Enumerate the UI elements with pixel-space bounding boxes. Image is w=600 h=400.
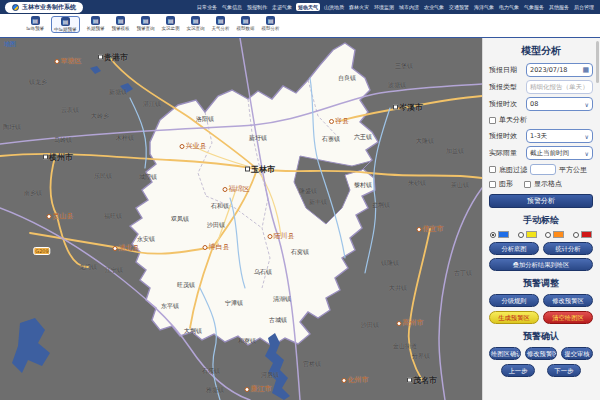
warning-confirm-button[interactable]: 提交审核 (561, 347, 593, 360)
map-label: 大隆镇 (416, 137, 434, 146)
draw-color-option[interactable] (490, 231, 509, 238)
color-radio[interactable] (573, 232, 579, 238)
map-label: 兴业县 (180, 141, 207, 151)
top-menu-item[interactable]: 其他服务 (548, 3, 570, 11)
top-menu-item[interactable]: 气象服务 (523, 3, 545, 11)
top-menu-item[interactable]: 环境监测 (373, 3, 395, 11)
step-nav-button[interactable]: 下一步 (547, 364, 581, 377)
top-menu-item[interactable]: 预报制作 (246, 3, 268, 11)
top-menu-item[interactable]: 海洋气象 (473, 3, 495, 11)
toolbar-item[interactable]: ▤ 实况查询 (187, 16, 205, 31)
map-label: 大岭乡 (91, 112, 109, 121)
display-options-row: 图形 显示格点 (489, 179, 593, 189)
map-label: 官桥镇 (303, 360, 321, 369)
toolbar-item-label: 天气分析 (212, 26, 230, 31)
toolbar-item-label: 实况查询 (187, 26, 205, 31)
warning-confirm-button[interactable]: 修改预警区 (525, 347, 557, 360)
toolbar-item-label: 模型数据 (237, 26, 255, 31)
draw-color-option[interactable] (573, 231, 592, 238)
warning-adjust-button[interactable]: 清空绘图区 (543, 311, 593, 324)
area-filter-input[interactable] (530, 164, 556, 175)
top-menu-item[interactable]: 电力气象 (498, 3, 520, 11)
top-menu-item[interactable]: 城市内涝 (398, 3, 420, 11)
step-nav-button[interactable]: 上一步 (501, 364, 535, 377)
warning-adjust-button[interactable]: 修改预警区 (543, 294, 593, 307)
warning-adjust-button[interactable]: 生成预警区 (489, 311, 539, 324)
grid-checkbox[interactable] (524, 181, 531, 188)
toolbar-item[interactable]: ▤ 中短期预警 (51, 16, 80, 33)
color-radio[interactable] (518, 232, 524, 238)
toolbar-item[interactable]: ▤ 天气分析 (212, 16, 230, 31)
forecast-type-input[interactable]: 精细化报告（单天） (526, 80, 593, 94)
color-radio[interactable] (490, 232, 496, 238)
top-menu-item[interactable]: 短临天气 (296, 3, 320, 11)
module-icon: ▤ (266, 16, 275, 25)
map-label: 六王镇 (354, 133, 372, 142)
draw-color-option[interactable] (518, 231, 537, 238)
filter-unit: 平方公里 (559, 165, 587, 175)
top-menu-item[interactable]: 气象信息 (221, 3, 243, 11)
map-canvas[interactable]: 地图 贵港市 横州市 玉林市 岑溪市 茂名市 覃塘区 兴业县 福绵区 容县 陆川 (0, 38, 482, 400)
toolbar-item-label: 长期预警 (87, 26, 105, 31)
panel-title: 模型分析 (489, 44, 593, 58)
calendar-icon[interactable]: ▦ (582, 66, 589, 74)
top-menu-item[interactable]: 后台管理 (573, 3, 595, 11)
map-label: 古城镇 (269, 316, 287, 325)
forecast-date-label: 预报日期 (489, 65, 522, 75)
top-menu-item[interactable]: 山洪地质 (323, 3, 345, 11)
map-label: 石窝镇 (291, 248, 309, 257)
single-day-checkbox[interactable] (489, 117, 496, 124)
top-menu-item[interactable]: 森林火灾 (348, 3, 370, 11)
panel-scrollbar[interactable] (596, 41, 599, 83)
toolbar-item[interactable]: ▤ 预警模板 (112, 16, 130, 31)
top-menu-item[interactable]: 交通预警 (448, 3, 470, 11)
map-label: 大井镇 (389, 284, 407, 293)
forecast-type-label: 预报类型 (489, 82, 522, 92)
map-label: 陆川县 (268, 231, 295, 241)
manual-draw-button[interactable]: 分析底图 (489, 242, 539, 255)
graphic-checkbox[interactable] (489, 181, 496, 188)
toolbar-item[interactable]: ▤ 预警查询 (137, 16, 155, 31)
map-label: 新塘镇 (109, 88, 127, 97)
map-label: 雅塘镇 (206, 386, 224, 395)
map-label: 双凤镇 (171, 215, 189, 224)
top-menu-item[interactable]: 走进气象 (271, 3, 293, 11)
rain-select[interactable]: 截止当前时间 ∨ (526, 146, 593, 160)
color-radio[interactable] (545, 232, 551, 238)
warning-adjust-button[interactable]: 分级规则 (489, 294, 539, 307)
manual-draw-button[interactable]: 统计分析 (543, 242, 593, 255)
app-logo: 玉林市业务制作系统 (5, 2, 83, 13)
map-layer-link[interactable]: 地图 (4, 40, 16, 49)
warning-analyze-button[interactable]: 预警分析 (489, 194, 593, 208)
single-day-row: 单天分析 (489, 115, 593, 125)
draw-color-option[interactable] (545, 231, 564, 238)
model-analysis-panel: 模型分析 预报日期 2023/07/18 ▦ 预报类型 精细化报告（单天） 预报… (482, 38, 600, 400)
toolbar-item-label: 预警模板 (112, 26, 130, 31)
top-menu-item[interactable]: 农业气象 (423, 3, 445, 11)
manual-draw-buttons: 分析底图 统计分析 (489, 242, 593, 255)
toolbar-item[interactable]: ▤ 短临预警 (26, 16, 44, 31)
toolbar-item[interactable]: ▤ 长期预警 (87, 16, 105, 31)
forecast-time-select[interactable]: 08 ∨ (526, 97, 593, 111)
color-swatch (498, 231, 509, 238)
warning-confirm-button[interactable]: 绘图区确认 (489, 347, 521, 360)
filter-row: 底图过滤 平方公里 (489, 164, 593, 175)
map-label: 自良镇 (338, 74, 356, 83)
overlay-result-button[interactable]: 叠加分析结果到绘区 (489, 258, 593, 271)
toolbar-item[interactable]: ▤ 模型分析 (262, 16, 280, 31)
forecast-date-input[interactable]: 2023/07/18 ▦ (526, 63, 593, 77)
map-label: 波塘镇 (388, 81, 406, 90)
map-label: 沙田镇 (361, 321, 379, 330)
map-label: 福绵区 (223, 184, 250, 194)
color-swatch (553, 231, 564, 238)
map-label: 灵山县 (47, 211, 74, 221)
filter-checkbox[interactable] (489, 166, 496, 173)
map-label: G209 (33, 247, 50, 255)
map-label: 廉江市 (245, 384, 272, 394)
validity-select[interactable]: 1-3天 ∨ (526, 129, 593, 143)
map-label: 云表镇 (61, 106, 79, 115)
top-menu-item[interactable]: 日常业务 (196, 3, 218, 11)
toolbar-item[interactable]: ▤ 实况监测 (162, 16, 180, 31)
toolbar-item[interactable]: ▤ 模型数据 (237, 16, 255, 31)
map-label: 古丁镇 (454, 269, 472, 278)
